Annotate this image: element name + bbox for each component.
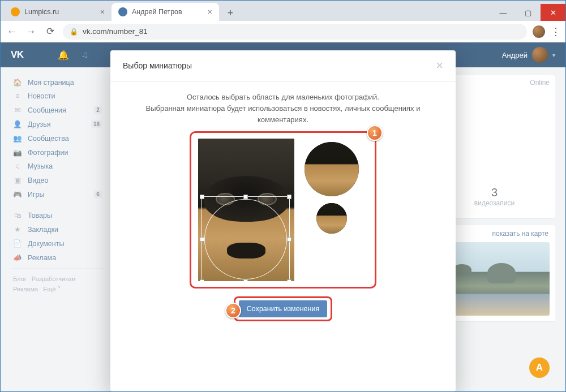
crop-selection[interactable]: [201, 196, 290, 281]
tab-strip: Lumpics.ru × Андрей Петров × + — ▢ ✕: [1, 1, 565, 21]
chevron-down-icon: ▾: [552, 52, 555, 58]
chrome-profile-avatar[interactable]: [533, 25, 545, 38]
save-button-highlight: 2 Сохранить изменения: [234, 296, 332, 321]
close-icon[interactable]: ×: [208, 7, 212, 16]
crop-handle[interactable]: [243, 195, 248, 199]
modal-title: Выбор миниатюры: [123, 61, 192, 70]
preview-large: [305, 142, 359, 196]
close-icon[interactable]: ×: [436, 59, 443, 72]
chat-bubble[interactable]: A: [529, 357, 550, 378]
modal-description: Осталось выбрать область для маленьких ф…: [133, 92, 433, 126]
vk-user-menu[interactable]: Андрей ▾: [502, 47, 555, 63]
tab-title: Lumpics.ru: [24, 8, 59, 16]
avatar: [532, 47, 548, 63]
lock-icon: 🔒: [70, 28, 78, 36]
crop-handle[interactable]: [200, 279, 204, 281]
notification-icon[interactable]: 🔔: [58, 50, 69, 61]
crop-handle[interactable]: [243, 279, 248, 281]
modal-desc-line1: Осталось выбрать область для маленьких ф…: [133, 92, 433, 103]
reload-button[interactable]: ⟳: [44, 25, 57, 38]
thumbnail-previews: [305, 139, 359, 281]
favicon-lumpics: [11, 7, 20, 16]
minimize-button[interactable]: —: [491, 4, 516, 21]
crop-handle[interactable]: [287, 195, 291, 199]
back-button[interactable]: ←: [5, 25, 19, 38]
forward-button[interactable]: →: [24, 25, 38, 38]
main-photo[interactable]: [198, 139, 294, 281]
vk-user-name: Андрей: [502, 51, 528, 59]
maximize-button[interactable]: ▢: [516, 4, 541, 21]
save-wrap: 2 Сохранить изменения: [133, 296, 433, 321]
chrome-menu-button[interactable]: ⋮: [551, 25, 561, 38]
browser-window: Lumpics.ru × Андрей Петров × + — ▢ ✕ ← →…: [0, 0, 566, 392]
window-controls: — ▢ ✕: [491, 4, 565, 21]
crop-handle[interactable]: [200, 237, 204, 242]
browser-tab-vk[interactable]: Андрей Петров ×: [112, 3, 219, 21]
crop-handle[interactable]: [287, 237, 291, 242]
vk-header-icons: 🔔 ♫: [58, 50, 88, 61]
modal-desc-line2: Выбранная миниатюра будет использоваться…: [133, 103, 433, 126]
page-content: VK 🔔 ♫ Андрей ▾ 🏠Моя страница ≡Новости ✉…: [1, 42, 565, 391]
favicon-vk: [118, 7, 127, 16]
crop-handle[interactable]: [200, 195, 204, 199]
tab-title: Андрей Петров: [132, 8, 182, 16]
preview-small: [316, 203, 347, 234]
vk-logo[interactable]: VK: [11, 49, 24, 61]
modal-header: Выбор миниатюры ×: [110, 50, 456, 81]
music-icon[interactable]: ♫: [82, 50, 88, 61]
close-window-button[interactable]: ✕: [541, 4, 565, 21]
crop-area-highlight: 1: [190, 131, 376, 288]
close-icon[interactable]: ×: [100, 7, 105, 16]
crop-circle-guide: [204, 199, 287, 279]
url-text: vk.com/number_81: [83, 27, 148, 36]
save-button[interactable]: Сохранить изменения: [239, 300, 327, 317]
modal-body: Осталось выбрать область для маленьких ф…: [110, 81, 456, 334]
browser-tab-lumpics[interactable]: Lumpics.ru ×: [4, 3, 112, 21]
callout-badge-1: 1: [367, 125, 383, 141]
address-bar: ← → ⟳ 🔒 vk.com/number_81 ⋮: [1, 21, 565, 42]
url-field[interactable]: 🔒 vk.com/number_81: [63, 24, 527, 40]
new-tab-button[interactable]: +: [222, 5, 238, 21]
crop-handle[interactable]: [287, 279, 291, 281]
thumbnail-modal: Выбор миниатюры × Осталось выбрать облас…: [110, 50, 456, 391]
